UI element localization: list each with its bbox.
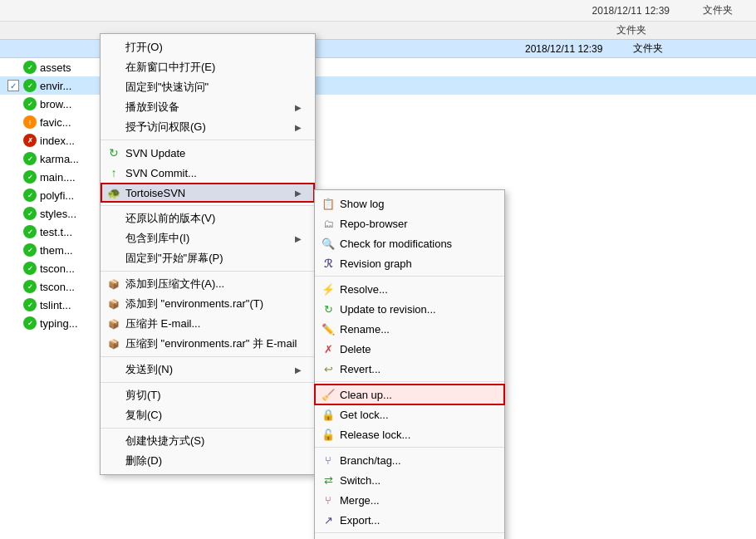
item-type: 文件夹 [633,42,700,56]
separator-1 [101,140,315,140]
zip-icon-4: 📦 [106,337,122,350]
context-menu-sub: 📋 Show log 🗂 Repo-browser 🔍 Check for mo… [314,189,505,539]
sub-cleanup[interactable]: 🧹 Clean up... [315,385,504,404]
lock-icon: 🔒 [320,408,336,421]
sub-release-lock[interactable]: 🔓 Release lock... [315,424,504,444]
sub-delete[interactable]: ✗ Delete [315,339,504,359]
sub-sep-3 [315,447,504,448]
sub-get-lock[interactable]: 🔒 Get lock... [315,404,504,424]
log-icon: 📋 [320,197,336,210]
menu-compress-email[interactable]: 📦 压缩并 E-mail... [101,314,315,334]
menu-cast-device[interactable]: 播放到设备 ▶ [101,97,315,117]
sub-revert[interactable]: ↩ Revert... [315,359,504,379]
graph-icon: ℛ [320,257,336,270]
icon-polyfi: ✓ [23,189,37,202]
rename-icon: ✏️ [320,322,336,336]
sub-export[interactable]: ↗ Export... [315,510,504,530]
icon-environments: ✓ [23,79,37,92]
sub-merge[interactable]: ⑂ Merge... [315,490,504,510]
update-icon: ↻ [320,302,336,316]
top-date: 2018/12/11 12:39 [592,5,670,17]
zip-icon-2: 📦 [106,297,122,311]
icon-brow: ✓ [23,97,37,110]
svn-commit-icon: ↑ [106,166,122,179]
separator-4 [101,356,315,357]
icon-styles: ✓ [23,207,37,220]
icon-them: ✓ [23,243,37,257]
zip-icon-1: 📦 [106,277,122,291]
revert-icon: ↩ [320,362,336,375]
sub-sep-2 [315,381,504,382]
delete-icon: ✗ [320,342,336,355]
sub-update-revision[interactable]: ↻ Update to revision... [315,299,504,319]
sub-revision-graph[interactable]: ℛ Revision graph [315,253,504,273]
header-type1: 文件夹 [616,23,646,37]
sub-check-modifications[interactable]: 🔍 Check for modifications [315,233,504,253]
arrow-library: ▶ [295,234,302,243]
separator-6 [101,428,315,429]
cleanup-icon: 🧹 [320,388,336,401]
export-icon: ↗ [320,513,336,527]
context-menu-main: 打开(O) 在新窗口中打开(E) 固定到"快速访问" 播放到设备 ▶ 授予访问权… [100,33,316,475]
icon-tscon1: ✓ [23,262,37,275]
sub-branch-tag[interactable]: ⑂ Branch/tag... [315,450,504,470]
menu-pin-start[interactable]: 固定到"开始"屏幕(P) [101,248,315,268]
icon-index: ✗ [23,134,37,147]
resolve-icon: ⚡ [320,282,336,296]
sub-add[interactable]: + Add... [315,536,504,539]
check-icon: 🔍 [320,237,336,250]
menu-delete[interactable]: 删除(D) [101,451,315,471]
zip-icon-3: 📦 [106,317,122,331]
icon-favic: ! [23,115,37,129]
arrow-sendto: ▶ [295,365,302,375]
menu-compress-rar-email[interactable]: 📦 压缩到 "environments.rar" 并 E-mail [101,334,315,354]
menu-add-to-rar[interactable]: 📦 添加到 "environments.rar"(T) [101,294,315,314]
icon-assets: ✓ [23,61,37,74]
menu-open[interactable]: 打开(O) [101,37,315,57]
separator-2 [101,205,315,206]
menu-grant-access[interactable]: 授予访问权限(G) ▶ [101,117,315,137]
svn-update-icon: ↻ [106,146,122,159]
menu-restore-versions[interactable]: 还原以前的版本(V) [101,208,315,228]
item-date: 2018/12/11 12:39 [525,43,633,55]
separator-5 [101,382,315,383]
icon-tslint: ✓ [23,298,37,311]
arrow-grant: ▶ [295,123,302,132]
top-type: 文件夹 [703,3,733,17]
sub-rename[interactable]: ✏️ Rename... [315,319,504,339]
arrow-tortoise: ▶ [295,189,302,198]
separator-3 [101,271,315,272]
icon-typing: ✓ [23,316,37,330]
menu-add-zip[interactable]: 📦 添加到压缩文件(A)... [101,274,315,294]
repo-icon: 🗂 [320,217,336,230]
icon-main: ✓ [23,170,37,184]
sub-repo-browser[interactable]: 🗂 Repo-browser [315,213,504,233]
icon-test: ✓ [23,225,37,238]
menu-open-new-window[interactable]: 在新窗口中打开(E) [101,57,315,77]
menu-copy[interactable]: 复制(C) [101,405,315,425]
menu-include-library[interactable]: 包含到库中(I) ▶ [101,228,315,248]
menu-create-shortcut[interactable]: 创建快捷方式(S) [101,431,315,451]
menu-svn-update[interactable]: ↻ SVN Update [101,143,315,163]
sub-show-log[interactable]: 📋 Show log [315,194,504,213]
icon-karma: ✓ [23,152,37,165]
merge-icon: ⑂ [320,493,336,507]
checkbox-environments[interactable]: ✓ [7,80,23,91]
switch-icon: ⇄ [320,473,336,487]
arrow-cast: ▶ [295,103,302,112]
branch-icon: ⑂ [320,453,336,467]
sub-sep-4 [315,532,504,533]
sub-switch[interactable]: ⇄ Switch... [315,470,504,490]
lock2-icon: 🔓 [320,428,336,441]
menu-svn-commit[interactable]: ↑ SVN Commit... [101,163,315,183]
menu-send-to[interactable]: 发送到(N) ▶ [101,360,315,380]
sub-resolve[interactable]: ⚡ Resolve... [315,279,504,299]
menu-pin-quick[interactable]: 固定到"快速访问" [101,77,315,97]
sub-sep-1 [315,276,504,277]
menu-tortoisesvn[interactable]: 🐢 TortoiseSVN ▶ [101,183,315,203]
menu-cut[interactable]: 剪切(T) [101,385,315,405]
tortoise-icon: 🐢 [106,186,122,199]
icon-tscon2: ✓ [23,280,37,293]
